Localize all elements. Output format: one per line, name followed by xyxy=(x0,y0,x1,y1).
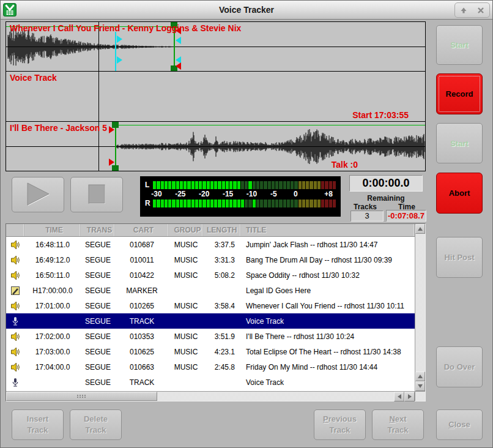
column-header-length[interactable]: LENGTH xyxy=(203,224,241,236)
track-3-waveform-area[interactable]: I'll Be There - Jackson 5 Talk :0 xyxy=(6,122,425,171)
column-header-trans[interactable]: TRANS xyxy=(81,224,115,236)
meter-segment xyxy=(272,200,275,207)
log-cell-trans: SEGUE xyxy=(81,271,115,280)
titlebar[interactable]: Voice Tracker xyxy=(1,1,492,20)
log-cell-time: 17:03:00.0 xyxy=(24,348,81,356)
fade-marker-line[interactable] xyxy=(115,32,116,71)
column-header-time[interactable]: TIME xyxy=(24,224,81,236)
meter-segment xyxy=(187,181,190,189)
meter-segment xyxy=(157,181,160,189)
fade-marker-handle-icon[interactable] xyxy=(117,35,122,43)
marker-handle[interactable] xyxy=(112,165,119,171)
log-table-header: TIMETRANSCARTGROUPLENGTHTITLE xyxy=(6,224,415,237)
log-row[interactable]: 17:01:00.0SEGUE010265MUSIC3:58.4Whenever… xyxy=(6,298,415,313)
column-header-icon[interactable] xyxy=(6,224,24,236)
scroll-right-button[interactable] xyxy=(404,392,415,401)
log-cell-cart: 010353 xyxy=(115,332,169,341)
log-cell-cart: TRACK xyxy=(115,378,169,387)
log-row[interactable]: 17:03:00.0SEGUE010625MUSIC4:23.1Total Ec… xyxy=(6,344,415,359)
scroll-up-button[interactable] xyxy=(415,224,425,234)
insert-track-button[interactable]: InsertTrack xyxy=(12,409,64,440)
log-table-body: TIMETRANSCARTGROUPLENGTHTITLE 16:48:11.0… xyxy=(6,224,415,391)
meter-segment xyxy=(314,181,317,189)
log-row[interactable]: H17:00:00.0SEGUEMARKERLegal ID Goes Here xyxy=(6,283,415,298)
column-header-cart[interactable]: CART xyxy=(115,224,169,236)
log-row[interactable]: 16:48:11.0SEGUE010687MUSIC3:37.5Jumpin' … xyxy=(6,237,415,252)
vertical-scrollbar[interactable] xyxy=(415,224,425,391)
shade-arrow-icon xyxy=(460,7,467,14)
track-1-title: Whenever I Call You Friend - Kenny Loggi… xyxy=(10,23,241,33)
log-cell-title: Voice Track xyxy=(241,317,415,326)
log-row[interactable]: SEGUETRACKVoice Track xyxy=(6,313,415,329)
log-row[interactable]: 16:50:11.0SEGUE010422MUSIC5:08.2Space Od… xyxy=(6,267,415,283)
close-button[interactable]: Close xyxy=(436,409,483,440)
meter-segment xyxy=(310,181,313,189)
start-track1-button[interactable]: Start xyxy=(436,25,483,65)
segue-level-line xyxy=(115,125,425,125)
record-button[interactable]: Record xyxy=(436,73,483,114)
left-channel-label: L xyxy=(145,181,153,189)
scroll-down-button[interactable] xyxy=(415,381,425,391)
scroll-left-button[interactable] xyxy=(394,392,404,401)
stop-button[interactable] xyxy=(70,177,123,212)
log-cell-trans: SEGUE xyxy=(81,363,115,371)
scroll-up-button-bottom[interactable] xyxy=(415,371,425,381)
log-cell-group: MUSIC xyxy=(169,271,203,280)
vertical-scrollbar-groove[interactable] xyxy=(415,234,425,371)
remaining-tracks-value: 3 xyxy=(350,211,384,222)
track-2-waveform-area[interactable]: Voice Track Start 17:03:55 xyxy=(6,72,425,121)
meter-segment xyxy=(279,181,282,189)
track-start-marker-line[interactable] xyxy=(115,122,116,171)
start-track3-button[interactable]: Start xyxy=(436,123,483,163)
fade-marker-icon[interactable] xyxy=(176,37,181,44)
column-header-group[interactable]: GROUP xyxy=(169,224,203,236)
close-window-button[interactable] xyxy=(475,5,487,16)
meter-segment xyxy=(195,181,198,189)
start-marker-icon[interactable] xyxy=(109,159,114,166)
meter-scale-label: -20 xyxy=(199,190,209,198)
do-over-button[interactable]: Do Over xyxy=(436,346,483,387)
fade-marker-handle-icon[interactable] xyxy=(117,56,122,64)
horizontal-scrollbar-groove[interactable] xyxy=(157,392,394,401)
track-start-time: Start 17:03:55 xyxy=(352,110,409,120)
column-header-title[interactable]: TITLE xyxy=(241,224,415,236)
abort-button[interactable]: Abort xyxy=(436,173,483,214)
delete-track-button[interactable]: DeleteTrack xyxy=(70,409,122,440)
previous-track-button[interactable]: PreviousTrack xyxy=(314,409,366,440)
meter-segment xyxy=(264,200,267,207)
log-cell-icon xyxy=(6,332,24,342)
track-1-waveform-area[interactable]: Whenever I Call You Friend - Kenny Loggi… xyxy=(6,22,425,72)
play-button[interactable] xyxy=(12,177,64,212)
shade-window-button[interactable] xyxy=(458,5,470,16)
meter-segment xyxy=(165,181,168,189)
elapsed-time-display: 0:00:00.0 xyxy=(349,175,423,192)
up-arrow-icon xyxy=(418,375,423,378)
log-cell-length: 3:51.9 xyxy=(203,332,241,341)
start-marker-icon[interactable] xyxy=(109,126,114,133)
log-row[interactable]: SEGUETRACKVoice Track xyxy=(6,375,415,390)
horizontal-scrollbar-thumb[interactable] xyxy=(6,392,157,401)
log-row[interactable]: 17:04:00.0SEGUE010663MUSIC2:45.8Friday O… xyxy=(6,359,415,375)
meter-segment xyxy=(272,181,275,189)
log-cell-icon xyxy=(6,347,24,357)
start-marker-icon[interactable] xyxy=(176,62,181,70)
log-row[interactable]: 16:49:12.0SEGUE010011MUSIC3:31.3Bang The… xyxy=(6,252,415,267)
meter-segment xyxy=(207,181,210,189)
remaining-label: Remaining xyxy=(344,194,428,203)
meter-segment xyxy=(202,181,206,189)
meter-segment xyxy=(207,200,210,207)
speaker-icon xyxy=(10,347,20,357)
meter-segment xyxy=(260,200,263,207)
next-track-button[interactable]: NextTrack xyxy=(372,409,424,440)
log-row[interactable]: 17:02:00.0SEGUE010353MUSIC3:51.9I'll Be … xyxy=(6,329,415,344)
horizontal-scrollbar[interactable] xyxy=(6,391,415,401)
log-cell-icon xyxy=(6,255,24,265)
meter-scale-label: 0 xyxy=(294,190,298,198)
meter-segment xyxy=(245,200,248,207)
hit-post-button[interactable]: Hit Post xyxy=(436,237,483,278)
log-cell-cart: 010422 xyxy=(115,271,169,280)
log-cell-group: MUSIC xyxy=(169,302,203,310)
log-cell-title: Total Eclipse Of The Heart -- rdhost 11/… xyxy=(241,348,415,356)
meter-segment xyxy=(199,200,202,207)
meter-segment xyxy=(306,200,309,207)
